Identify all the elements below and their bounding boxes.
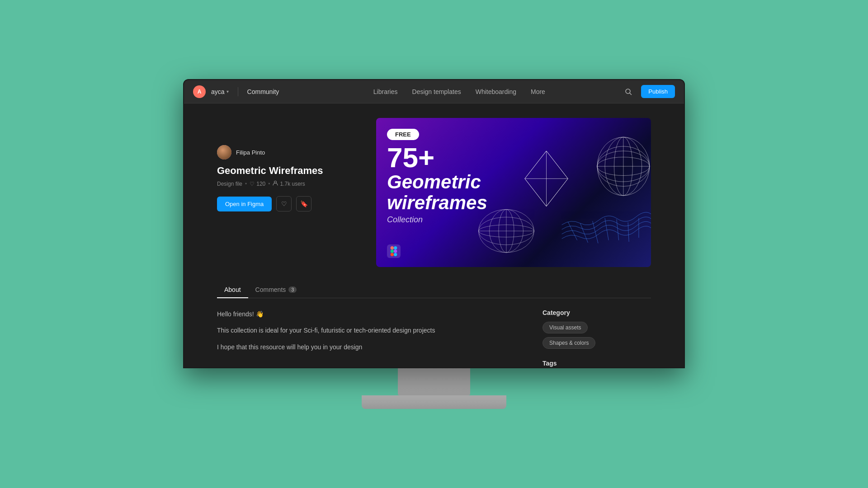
svg-rect-33 [394, 246, 397, 249]
nav-divider [238, 87, 238, 96]
users-count: 1.7k users [273, 180, 305, 187]
monitor-stand-neck [398, 368, 470, 395]
app-container: A ayca ▾ Community Libraries Design temp… [184, 80, 684, 367]
file-title: Geometric Wireframes [217, 165, 362, 177]
preview-image: FREE 75+ Geometric wireframes Collection [376, 118, 651, 267]
bookmark-icon: 🔖 [300, 200, 308, 207]
svg-rect-35 [394, 249, 397, 253]
about-paragraph-3: I hope that this resource will help you … [217, 342, 524, 352]
monitor-stand-base [362, 395, 506, 409]
free-badge: FREE [387, 129, 419, 140]
search-icon[interactable] [621, 84, 636, 99]
heart-icon: ♡ [250, 181, 255, 187]
svg-rect-32 [391, 246, 394, 249]
hero-right: FREE 75+ Geometric wireframes Collection [376, 118, 651, 267]
tabs-row: About Comments 3 [217, 282, 651, 298]
nav-link-design-templates[interactable]: Design templates [412, 88, 461, 95]
user-dropdown[interactable]: ayca ▾ [211, 88, 229, 95]
username-label: ayca [211, 88, 225, 95]
navbar-left: A ayca ▾ Community [193, 85, 279, 98]
svg-rect-34 [391, 249, 394, 253]
category-shapes-colors[interactable]: Shapes & colors [542, 337, 595, 349]
tab-about-label: About [224, 286, 241, 293]
category-visual-assets[interactable]: Visual assets [542, 322, 588, 333]
about-sidebar: Category Visual assets Shapes & colors T… [542, 309, 651, 367]
preview-content: FREE 75+ Geometric wireframes Collection [376, 118, 651, 267]
monitor-wrapper: A ayca ▾ Community Libraries Design temp… [181, 79, 687, 409]
nav-link-whiteboarding[interactable]: Whiteboarding [476, 88, 516, 95]
open-figma-button[interactable]: Open in Figma [217, 197, 272, 211]
bookmark-button[interactable]: 🔖 [296, 196, 311, 211]
wireframe-count: 75+ [387, 144, 640, 172]
figma-logo-icon[interactable]: A [193, 85, 206, 98]
action-row: Open in Figma ♡ 🔖 [217, 196, 362, 211]
about-paragraph-1: Hello friends! 👋 [217, 309, 524, 319]
publish-button[interactable]: Publish [641, 85, 675, 98]
meta-separator-2: • [268, 181, 270, 187]
about-main: Hello friends! 👋 This collection is idea… [217, 309, 524, 367]
comments-badge: 3 [288, 286, 297, 293]
navbar-center: Libraries Design templates Whiteboarding… [297, 88, 621, 95]
tabs-section: About Comments 3 [217, 282, 651, 298]
tab-comments[interactable]: Comments 3 [248, 282, 304, 298]
monitor-screen: A ayca ▾ Community Libraries Design temp… [183, 79, 685, 368]
file-meta: Design file • ♡ 120 • [217, 180, 362, 187]
author-name: Filipa Pinto [236, 149, 265, 156]
users-icon [273, 180, 278, 187]
page-inner: Filipa Pinto Geometric Wireframes Design… [208, 103, 660, 367]
navbar-right: Publish [621, 84, 675, 99]
hero-section: Filipa Pinto Geometric Wireframes Design… [217, 118, 651, 267]
nav-link-more[interactable]: More [531, 88, 545, 95]
navbar: A ayca ▾ Community Libraries Design temp… [184, 80, 684, 103]
chevron-down-icon: ▾ [226, 89, 229, 94]
wireframe-title: Geometric wireframes [387, 172, 640, 213]
about-layout: Hello friends! 👋 This collection is idea… [217, 309, 651, 367]
likes-count: ♡ 120 [250, 181, 265, 187]
figma-watermark-logo [387, 244, 401, 258]
file-type-label: Design file [217, 181, 242, 187]
like-button[interactable]: ♡ [276, 196, 292, 211]
hero-left: Filipa Pinto Geometric Wireframes Design… [217, 118, 362, 267]
svg-point-37 [394, 253, 397, 256]
avatar-image [217, 145, 231, 160]
main-content: Filipa Pinto Geometric Wireframes Design… [184, 103, 684, 367]
category-title: Category [542, 309, 651, 316]
tab-about[interactable]: About [217, 282, 248, 298]
author-row: Filipa Pinto [217, 145, 362, 160]
meta-separator-1: • [245, 181, 247, 187]
heart-outline-icon: ♡ [281, 200, 287, 207]
community-nav-link[interactable]: Community [247, 88, 279, 95]
nav-link-libraries[interactable]: Libraries [373, 88, 398, 95]
wireframe-subtitle: Collection [387, 215, 640, 225]
svg-line-1 [630, 93, 632, 95]
tags-title: Tags [542, 360, 651, 367]
tab-comments-label: Comments [255, 286, 286, 293]
about-paragraph-2: This collection is ideal for your Sci-fi… [217, 325, 524, 335]
svg-rect-36 [391, 253, 394, 256]
avatar [217, 145, 231, 160]
